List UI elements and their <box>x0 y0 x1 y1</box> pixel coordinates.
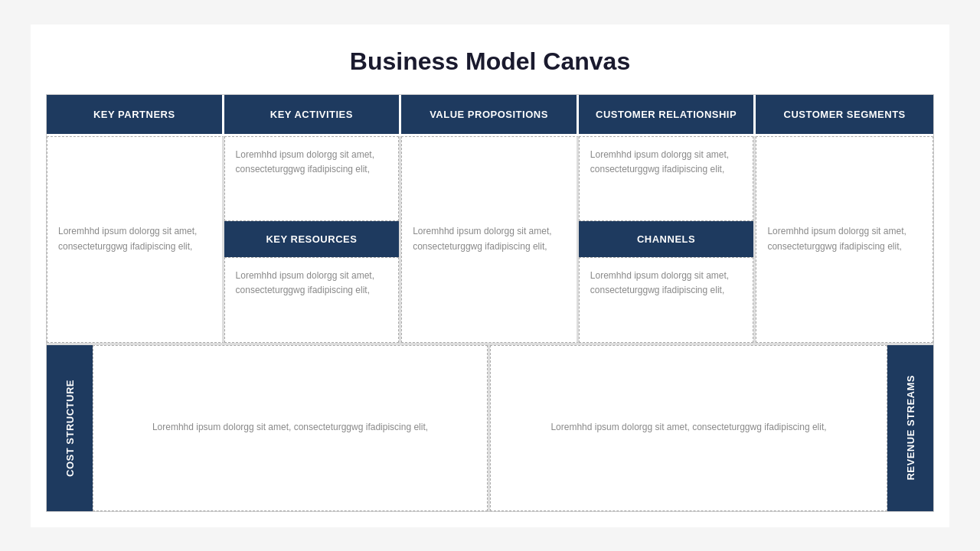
key-resources-header: KEY RESOURCES <box>224 221 400 257</box>
cost-structure-wrapper: COST STRUCTURE Loremhhd ipsum dolorgg si… <box>47 345 490 511</box>
key-partners-text: Loremhhd ipsum dolorgg sit amet, consect… <box>58 224 211 253</box>
header-customer-segments: CUSTOMER SEGMENTS <box>756 95 933 134</box>
bottom-section: COST STRUCTURE Loremhhd ipsum dolorgg si… <box>47 343 933 511</box>
cost-structure-label: COST STRUCTURE <box>64 380 76 477</box>
cost-structure-content: Loremhhd ipsum dolorgg sit amet, consect… <box>93 345 488 511</box>
customer-relationship-text: Loremhhd ipsum dolorgg sit amet, consect… <box>590 148 743 177</box>
header-value-propositions: VALUE PROPOSITIONS <box>401 95 579 134</box>
header-key-partners: KEY PARTNERS <box>47 95 224 134</box>
customer-segments-text: Loremhhd ipsum dolorgg sit amet, consect… <box>767 224 922 253</box>
header-row: KEY PARTNERS KEY ACTIVITIES VALUE PROPOS… <box>47 95 933 134</box>
value-propositions-cell: Loremhhd ipsum dolorgg sit amet, consect… <box>401 136 579 343</box>
ka-kr-column: Loremhhd ipsum dolorgg sit amet, consect… <box>224 136 402 343</box>
key-activities-text: Loremhhd ipsum dolorgg sit amet, consect… <box>236 148 388 177</box>
key-activities-bottom: Loremhhd ipsum dolorgg sit amet, consect… <box>224 257 400 343</box>
key-activities-top: Loremhhd ipsum dolorgg sit amet, consect… <box>224 136 400 222</box>
header-customer-relationship: CUSTOMER RELATIONSHIP <box>579 95 756 134</box>
value-propositions-text: Loremhhd ipsum dolorgg sit amet, consect… <box>413 224 566 253</box>
canvas-container: Business Model Canvas KEY PARTNERS KEY A… <box>31 24 949 527</box>
key-activities-bottom-text: Loremhhd ipsum dolorgg sit amet, consect… <box>236 269 388 298</box>
revenue-streams-label-col: REVENUE STREAMS <box>887 345 933 511</box>
middle-section: Loremhhd ipsum dolorgg sit amet, consect… <box>47 134 933 343</box>
canvas-wrapper: KEY PARTNERS KEY ACTIVITIES VALUE PROPOS… <box>46 94 934 512</box>
cost-structure-text: Loremhhd ipsum dolorgg sit amet, consect… <box>152 420 428 435</box>
cr-ch-column: Loremhhd ipsum dolorgg sit amet, consect… <box>579 136 756 343</box>
customer-relationship-top: Loremhhd ipsum dolorgg sit amet, consect… <box>579 136 754 222</box>
revenue-streams-text: Loremhhd ipsum dolorgg sit amet, consect… <box>550 420 826 435</box>
key-partners-cell: Loremhhd ipsum dolorgg sit amet, consect… <box>47 136 224 343</box>
page-title: Business Model Canvas <box>46 47 934 76</box>
channels-header: CHANNELS <box>579 221 754 257</box>
revenue-streams-label: REVENUE STREAMS <box>905 375 916 481</box>
revenue-streams-content: Loremhhd ipsum dolorgg sit amet, consect… <box>490 345 887 511</box>
revenue-streams-wrapper: Loremhhd ipsum dolorgg sit amet, consect… <box>490 345 933 511</box>
cost-structure-label-col: COST STRUCTURE <box>47 345 93 511</box>
header-key-activities: KEY ACTIVITIES <box>224 95 402 134</box>
channels-text: Loremhhd ipsum dolorgg sit amet, consect… <box>590 269 743 298</box>
channels-bottom: Loremhhd ipsum dolorgg sit amet, consect… <box>579 257 754 343</box>
customer-segments-cell: Loremhhd ipsum dolorgg sit amet, consect… <box>756 136 933 343</box>
